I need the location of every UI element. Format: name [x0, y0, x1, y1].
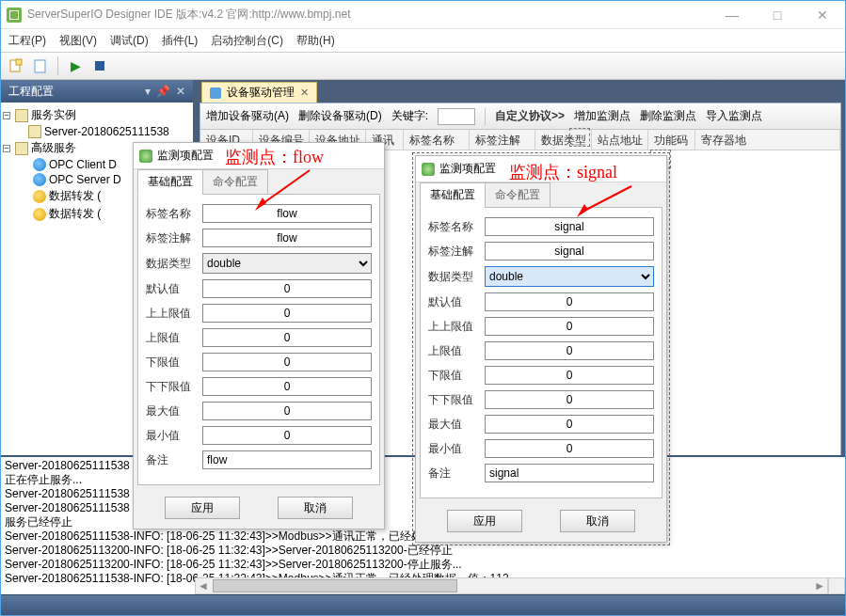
collapse-icon[interactable]: − [3, 112, 10, 119]
dialog-body: 标签名称 标签注解 数据类型double 默认值 上上限值 上限值 下限值 下下… [137, 194, 380, 485]
input-uu[interactable] [202, 304, 372, 323]
custom-protocol-button[interactable]: 自定义协议>> [495, 108, 565, 124]
input-l[interactable] [485, 366, 654, 385]
dialog-titlebar[interactable]: 监测项配置 [134, 143, 384, 169]
col-8[interactable]: 功能码 [648, 130, 695, 150]
label-l: 下限值 [146, 355, 202, 371]
select-type[interactable]: double [202, 253, 372, 274]
run-icon[interactable]: ▶ [66, 56, 85, 75]
tree-item-2[interactable]: 数据转发 ( [49, 188, 101, 204]
del-driver-button[interactable]: 删除设备驱动(D) [298, 108, 382, 124]
label-min: 最小值 [146, 428, 202, 444]
add-point-button[interactable]: 增加监测点 [574, 108, 631, 124]
input-ll[interactable] [485, 390, 654, 409]
input-u[interactable] [485, 341, 654, 360]
tab-close-icon[interactable]: ✕ [300, 87, 309, 99]
input-min[interactable] [202, 426, 372, 445]
input-uu[interactable] [485, 317, 654, 336]
input-remark[interactable] [202, 450, 372, 469]
tab-basic[interactable]: 基础配置 [137, 169, 203, 195]
adv-group-icon [15, 142, 28, 155]
label-uu: 上上限值 [146, 306, 202, 322]
cancel-button[interactable]: 取消 [278, 497, 353, 519]
input-name[interactable] [485, 217, 654, 236]
menu-help[interactable]: 帮助(H) [296, 33, 335, 49]
new-icon[interactable] [7, 56, 25, 75]
dialog-title: 监测项配置 [157, 148, 214, 164]
panel-close-icon[interactable]: ✕ [176, 85, 185, 98]
tab-command[interactable]: 命令配置 [202, 169, 268, 195]
input-def[interactable] [485, 292, 654, 311]
panel-dropdown-icon[interactable]: ▾ [145, 85, 151, 98]
document-tabbar: 设备驱动管理 ✕ [196, 80, 845, 103]
input-max[interactable] [485, 415, 654, 434]
collapse-icon[interactable]: − [3, 145, 10, 152]
server-group-icon [15, 109, 28, 122]
dialog-tabs: 基础配置 命令配置 [134, 169, 384, 194]
input-remark[interactable] [485, 464, 654, 482]
input-note[interactable] [202, 229, 372, 247]
stop-icon[interactable] [90, 56, 109, 75]
menu-debug[interactable]: 调试(D) [110, 33, 149, 49]
menu-project[interactable]: 工程(P) [8, 33, 46, 49]
tree-item-1[interactable]: OPC Server D [49, 173, 121, 186]
col-9[interactable]: 寄存器地 [695, 130, 840, 150]
tab-device-driver[interactable]: 设备驱动管理 ✕ [201, 82, 317, 103]
panel-pin-icon[interactable]: 📌 [156, 85, 170, 98]
project-panel-title: 工程配置 [8, 84, 54, 100]
input-ll[interactable] [202, 377, 372, 396]
col-4[interactable]: 标签名称 [404, 130, 470, 150]
dialog-tabs: 基础配置 命令配置 [416, 182, 666, 207]
tab-command[interactable]: 命令配置 [485, 182, 551, 208]
keyword-input[interactable] [438, 108, 475, 125]
menu-view[interactable]: 视图(V) [59, 33, 97, 49]
tree-root-1[interactable]: 服务实例 [31, 107, 76, 123]
menu-console[interactable]: 启动控制台(C) [211, 33, 283, 49]
tab-label: 设备驱动管理 [227, 85, 295, 101]
label-max: 最大值 [428, 417, 485, 433]
col-7[interactable]: 站点地址 [592, 130, 648, 150]
input-u[interactable] [202, 328, 372, 347]
input-max[interactable] [202, 402, 372, 420]
maximize-button[interactable]: □ [760, 8, 794, 23]
input-name[interactable] [202, 204, 372, 223]
close-button[interactable]: ✕ [806, 8, 839, 23]
add-driver-button[interactable]: 增加设备驱动(A) [206, 108, 289, 124]
del-point-button[interactable]: 删除监测点 [640, 108, 696, 124]
input-note[interactable] [485, 242, 654, 261]
label-max: 最大值 [146, 403, 202, 419]
tree-item-0[interactable]: OPC Client D [49, 158, 117, 171]
input-def[interactable] [202, 279, 372, 298]
label-u: 上限值 [146, 330, 202, 346]
cancel-button[interactable]: 取消 [560, 510, 635, 532]
apply-button[interactable]: 应用 [447, 510, 522, 532]
label-def: 默认值 [428, 294, 485, 310]
window-title: ServerSuperIO Designer IDE 版本:v4.2 官网:ht… [27, 7, 350, 23]
svg-rect-1 [16, 59, 22, 65]
select-type[interactable]: double [485, 266, 654, 287]
minimize-button[interactable]: — [715, 8, 749, 23]
import-point-button[interactable]: 导入监测点 [706, 108, 762, 124]
col-5[interactable]: 标签注解 [470, 130, 535, 150]
dialog-monitor-signal: 监测项配置 基础配置 命令配置 标签名称 标签注解 数据类型double 默认值… [415, 155, 667, 543]
label-remark: 备注 [428, 466, 485, 482]
menu-plugin[interactable]: 插件(L) [162, 33, 199, 49]
tree-root-2[interactable]: 高级服务 [31, 140, 76, 156]
input-l[interactable] [202, 353, 372, 371]
dialog-titlebar[interactable]: 监测项配置 [416, 156, 666, 182]
open-icon[interactable] [31, 56, 50, 75]
horizontal-scrollbar[interactable]: ◄ ► [195, 577, 828, 594]
label-ll: 下下限值 [146, 379, 202, 395]
label-uu: 上上限值 [428, 319, 485, 335]
tree-item-3[interactable]: 数据转发 ( [49, 206, 101, 222]
driver-toolbar: 增加设备驱动(A) 删除设备驱动(D) 关键字: 自定义协议>> 增加监测点 删… [200, 103, 840, 130]
input-min[interactable] [485, 439, 654, 458]
tab-basic[interactable]: 基础配置 [420, 182, 486, 208]
keyword-label: 关键字: [391, 108, 428, 124]
col-6[interactable]: 数据类型 [535, 130, 592, 150]
label-remark: 备注 [146, 452, 202, 468]
label-type: 数据类型 [428, 269, 485, 285]
tree-server[interactable]: Server-20180625111538 [44, 125, 169, 138]
apply-button[interactable]: 应用 [165, 497, 240, 519]
svg-rect-2 [35, 60, 45, 72]
